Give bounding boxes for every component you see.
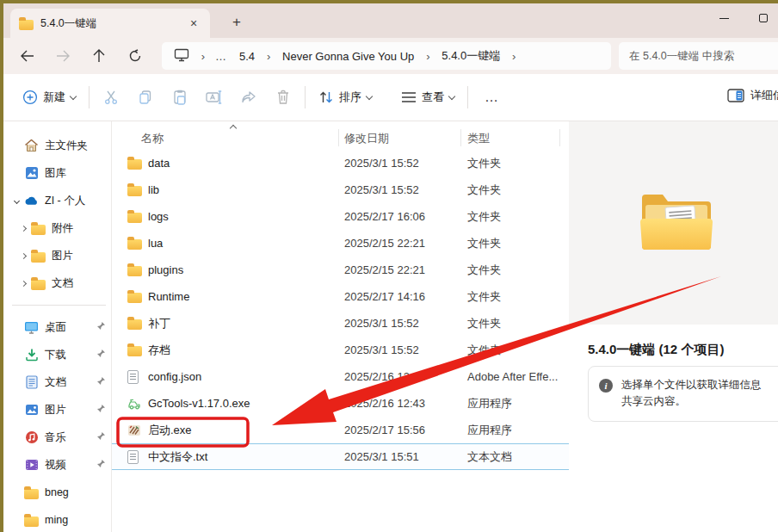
view-icon — [401, 91, 417, 103]
sidebar-item-onedrive[interactable]: ZI - 个人 — [3, 187, 111, 214]
cut-icon — [102, 89, 120, 106]
new-button[interactable]: 新建 — [14, 83, 84, 112]
file-row-plugins[interactable]: plugins 2025/2/15 22:21 文件夹 — [112, 257, 569, 283]
file-date: 2025/2/16 12:42 — [344, 370, 425, 383]
view-button[interactable]: 查看 — [392, 83, 463, 112]
file-row-lua[interactable]: lua 2025/2/15 22:21 文件夹 — [112, 230, 569, 257]
column-header-date[interactable]: 修改日期 — [344, 131, 389, 146]
file-row-lib[interactable]: lib 2025/3/1 15:52 文件夹 — [112, 176, 569, 203]
minimize-button[interactable] — [704, 3, 744, 33]
file-date: 2025/3/1 15:52 — [344, 157, 419, 170]
file-row-data[interactable]: data 2025/3/1 15:52 文件夹 — [112, 150, 569, 176]
cut-button[interactable] — [94, 81, 128, 114]
column-divider[interactable] — [559, 129, 560, 146]
file-row-config-json[interactable]: config.json 2025/2/16 12:42 Adobe After … — [112, 363, 569, 390]
maximize-button[interactable] — [744, 3, 778, 33]
chevron-right-icon — [20, 280, 26, 286]
sidebar-item-videos[interactable]: 视频 — [3, 451, 111, 479]
chevron-down-icon — [13, 197, 19, 203]
search-input[interactable] — [629, 50, 778, 62]
file-type: 文件夹 — [467, 156, 501, 171]
column-headers: 名称 修改日期 类型 — [112, 127, 569, 148]
file-name: logs — [148, 210, 169, 223]
sidebar-item-home[interactable]: 主文件夹 — [3, 132, 111, 159]
sidebar-item-label: 文档 — [52, 276, 73, 291]
breadcrumb-item[interactable]: Never Gonna Give You Up — [275, 47, 421, 65]
new-tab-button[interactable]: + — [225, 11, 248, 34]
search-box[interactable] — [619, 42, 778, 70]
pin-icon — [96, 459, 106, 468]
pictures-icon — [25, 404, 39, 416]
breadcrumb-chevron-icon: › — [196, 50, 210, 63]
file-name: plugins — [148, 263, 183, 276]
file-rows: data 2025/3/1 15:52 文件夹 lib 2025/3/1 15:… — [112, 150, 569, 470]
file-row-gctools-exe[interactable]: GcTools-v1.17.0.exe 2025/2/16 12:43 应用程序 — [112, 390, 569, 417]
sidebar-item-label: 主文件夹 — [45, 139, 88, 153]
folder-icon — [127, 159, 142, 170]
file-row-launch-exe[interactable]: 启动.exe 2025/2/17 15:56 应用程序 — [112, 417, 569, 443]
json-file-icon — [127, 370, 139, 384]
column-divider[interactable] — [338, 129, 339, 146]
sidebar-item-gallery[interactable]: 图库 — [3, 159, 111, 187]
sort-button[interactable]: 排序 — [310, 83, 380, 112]
sidebar-item-label: ming — [45, 514, 68, 526]
file-name: 补丁 — [148, 316, 170, 331]
breadcrumb-chevron-icon: › — [421, 50, 435, 63]
paste-button[interactable] — [163, 81, 197, 114]
sidebar-item-label: 文档 — [45, 375, 66, 390]
gallery-icon — [25, 166, 39, 180]
file-name: config.json — [148, 370, 201, 383]
sidebar-item-documents[interactable]: 文档 — [3, 368, 111, 396]
breadcrumb-item[interactable]: 5.4 — [232, 47, 262, 65]
sidebar-item-music[interactable]: 音乐 — [3, 424, 111, 451]
column-header-type[interactable]: 类型 — [467, 131, 490, 146]
explorer-tab[interactable]: 5.4.0一键端 × — [10, 9, 210, 38]
share-icon — [240, 89, 257, 106]
plus-circle-icon — [22, 90, 38, 105]
refresh-icon — [128, 49, 142, 63]
file-date: 2025/3/1 15:52 — [344, 183, 419, 196]
file-row-runtime[interactable]: Runtime 2025/2/17 14:16 文件夹 — [112, 283, 569, 310]
rename-button[interactable] — [197, 81, 232, 114]
breadcrumb-overflow[interactable]: … — [210, 50, 232, 63]
file-row-patch[interactable]: 补丁 2025/3/1 15:52 文件夹 — [112, 310, 569, 337]
details-pane-toggle[interactable]: 详细信息 — [719, 81, 778, 110]
file-row-logs[interactable]: logs 2025/2/17 16:06 文件夹 — [112, 203, 569, 230]
breadcrumb-device[interactable] — [167, 46, 196, 67]
tab-close-icon[interactable]: × — [184, 14, 203, 33]
folder-icon — [127, 319, 142, 330]
forward-button[interactable] — [48, 43, 77, 69]
maximize-icon — [759, 14, 768, 22]
refresh-button[interactable] — [120, 43, 150, 69]
sidebar-item-downloads[interactable]: 下载 — [3, 341, 111, 368]
folder-icon — [24, 489, 39, 499]
toolbar-divider — [467, 86, 468, 108]
column-divider[interactable] — [460, 129, 461, 146]
chevron-down-icon — [448, 92, 455, 99]
file-date: 2025/3/1 15:51 — [344, 450, 419, 463]
preview-area — [569, 121, 778, 325]
breadcrumb-item-current[interactable]: 5.4.0一键端 — [435, 46, 507, 66]
up-button[interactable] — [84, 43, 114, 69]
sidebar-item-onedrive-documents[interactable]: 文档 — [3, 269, 111, 297]
column-header-name[interactable]: 名称 — [141, 131, 164, 146]
sidebar-item-bneg[interactable]: bneg — [3, 479, 111, 506]
file-row-archive[interactable]: 存档 2025/3/1 15:52 文件夹 — [112, 337, 569, 363]
file-row-chinese-commands-txt[interactable]: 中文指令.txt 2025/3/1 15:51 文本文档 — [112, 443, 569, 470]
delete-button[interactable] — [266, 81, 300, 114]
sidebar-item-desktop[interactable]: 桌面 — [3, 313, 111, 341]
sidebar-item-ming[interactable]: ming — [3, 506, 111, 532]
explorer-window: 5.4.0一键端 × + — [3, 3, 778, 532]
back-icon — [20, 50, 34, 62]
sidebar-item-pictures[interactable]: 图片 — [3, 396, 111, 424]
copy-button[interactable] — [128, 81, 163, 114]
open-folder-preview-icon — [635, 189, 718, 257]
back-button[interactable] — [12, 43, 41, 69]
share-button[interactable] — [232, 81, 266, 114]
sidebar-item-onedrive-pictures[interactable]: 图片 — [3, 242, 111, 269]
sidebar-item-label: 下载 — [45, 348, 66, 362]
sidebar-item-attachments[interactable]: 附件 — [3, 214, 111, 242]
more-options-button[interactable]: … — [472, 90, 511, 105]
sidebar-item-label: 附件 — [52, 221, 73, 236]
navigation-pane: 主文件夹 图库 ZI - 个人 — [3, 121, 112, 532]
